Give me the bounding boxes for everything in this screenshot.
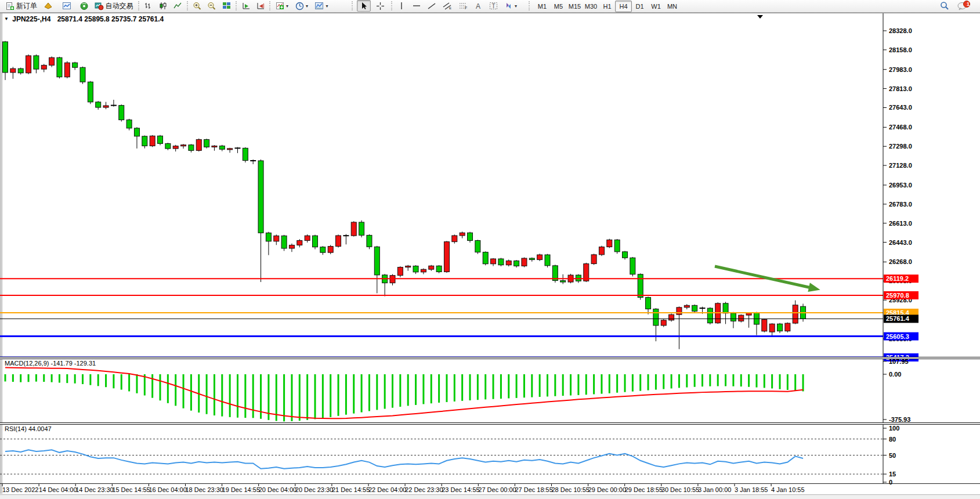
svg-text:0.00: 0.00 <box>889 371 901 378</box>
svg-text:16 Dec 04:00: 16 Dec 04:00 <box>149 486 186 493</box>
svg-text:28 Dec 10:55: 28 Dec 10:55 <box>552 486 590 493</box>
svg-text:20 Dec 04:00: 20 Dec 04:00 <box>259 486 296 493</box>
svg-text:27813.0: 27813.0 <box>889 85 912 92</box>
svg-text:14 Dec 23:30: 14 Dec 23:30 <box>75 486 113 493</box>
svg-text:29 Dec 00:00: 29 Dec 00:00 <box>588 486 626 493</box>
svg-text:13 Dec 2022: 13 Dec 2022 <box>2 486 38 493</box>
svg-text:28158.0: 28158.0 <box>889 46 912 53</box>
svg-text:26953.0: 26953.0 <box>889 182 912 189</box>
svg-text:15 Dec 14:55: 15 Dec 14:55 <box>112 486 150 493</box>
svg-text:22 Dec 04:00: 22 Dec 04:00 <box>368 486 406 493</box>
svg-text:100: 100 <box>889 425 899 432</box>
svg-text:50: 50 <box>889 452 896 459</box>
svg-text:-375.93: -375.93 <box>889 416 910 423</box>
svg-text:20 Dec 23:30: 20 Dec 23:30 <box>295 486 333 493</box>
svg-text:26268.0: 26268.0 <box>889 258 912 265</box>
svg-text:27 Dec 00:00: 27 Dec 00:00 <box>478 486 516 493</box>
rsi-indicator-label: RSI(14) 44.0047 <box>5 425 52 432</box>
svg-text:14 Dec 04:00: 14 Dec 04:00 <box>39 486 77 493</box>
svg-text:27298.0: 27298.0 <box>889 143 912 150</box>
svg-text:25970.8: 25970.8 <box>886 292 909 299</box>
chart-canvas[interactable]: 28328.028158.027983.027813.027643.027468… <box>0 0 980 499</box>
macd-indicator-label: MACD(12,26,9) -141.79 -129.31 <box>5 360 96 367</box>
svg-text:26613.0: 26613.0 <box>889 220 912 227</box>
chart-ohlc: 25871.4 25895.8 25735.7 25761.4 <box>57 15 164 23</box>
svg-text:27 Dec 18:55: 27 Dec 18:55 <box>515 486 552 493</box>
svg-text:28328.0: 28328.0 <box>889 27 912 34</box>
svg-text:21 Dec 14:55: 21 Dec 14:55 <box>332 486 370 493</box>
svg-text:0: 0 <box>889 479 892 486</box>
svg-text:19 Dec 14:55: 19 Dec 14:55 <box>222 486 260 493</box>
svg-text:26443.0: 26443.0 <box>889 239 912 246</box>
svg-text:80: 80 <box>889 436 896 443</box>
svg-text:18 Dec 23:30: 18 Dec 23:30 <box>186 486 223 493</box>
chart-expand-icon: ▼ <box>4 16 9 21</box>
svg-text:23 Dec 14:55: 23 Dec 14:55 <box>442 486 479 493</box>
svg-text:29 Dec 18:55: 29 Dec 18:55 <box>625 486 663 493</box>
chart-background <box>0 13 980 494</box>
chart-symbol: JPN225-,H4 <box>12 15 50 23</box>
trading-terminal: 新订单 自动交易 <box>0 0 980 499</box>
svg-text:3 Jan 00:00: 3 Jan 00:00 <box>698 486 732 493</box>
svg-text:27468.0: 27468.0 <box>889 124 912 131</box>
svg-text:27128.0: 27128.0 <box>889 162 912 169</box>
svg-text:25761.4: 25761.4 <box>886 315 910 322</box>
svg-text:26783.0: 26783.0 <box>889 201 912 208</box>
svg-text:27643.0: 27643.0 <box>889 104 912 111</box>
svg-text:4 Jan 10:55: 4 Jan 10:55 <box>771 486 805 493</box>
svg-text:3 Jan 18:55: 3 Jan 18:55 <box>735 486 768 493</box>
chart-title[interactable]: ▼ JPN225-,H4 25871.4 25895.8 25735.7 257… <box>4 15 164 23</box>
svg-text:107.95: 107.95 <box>889 358 909 365</box>
svg-text:15: 15 <box>889 471 896 478</box>
svg-text:26119.2: 26119.2 <box>886 275 909 282</box>
svg-text:27983.0: 27983.0 <box>889 66 912 73</box>
svg-text:30 Dec 10:55: 30 Dec 10:55 <box>661 486 699 493</box>
svg-text:22 Dec 23:30: 22 Dec 23:30 <box>405 486 443 493</box>
svg-text:25605.3: 25605.3 <box>886 333 909 340</box>
